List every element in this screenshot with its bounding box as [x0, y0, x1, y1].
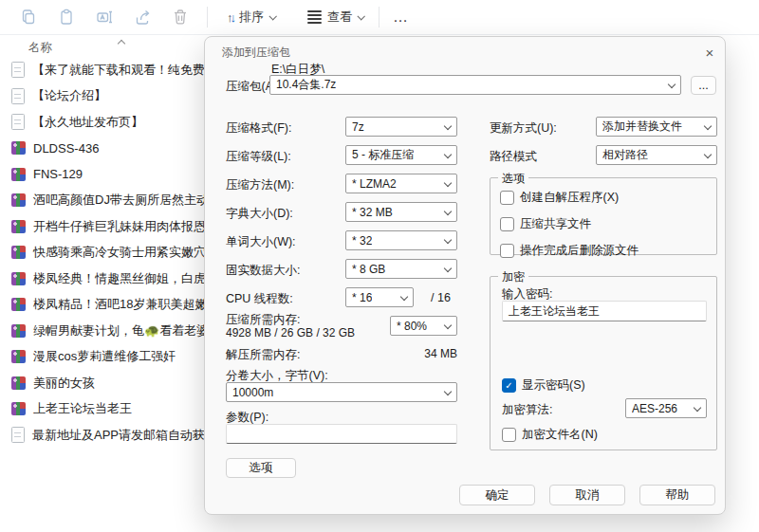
- update-mode-select[interactable]: 添加并替换文件: [596, 117, 717, 137]
- browse-button[interactable]: ...: [691, 76, 716, 95]
- archive-file-icon: [11, 376, 26, 390]
- format-select[interactable]: 7z: [345, 117, 457, 137]
- split-volume-value: 10000m: [232, 386, 273, 399]
- encryption-group: 加密 输入密码: 上老王论坛当老王 显示密码(S) 加密算法: AES-256 …: [490, 276, 717, 450]
- view-list-icon: [307, 10, 322, 24]
- split-volume-select[interactable]: 10000m: [226, 382, 457, 402]
- encryption-method-value: AES-256: [632, 402, 677, 415]
- file-name: 上老王论坛当老王: [33, 400, 132, 417]
- method-value: * LZMA2: [352, 177, 397, 191]
- chevron-down-icon: [444, 207, 452, 214]
- archive-file-icon: [11, 298, 26, 311]
- format-label: 压缩格式(F):: [226, 120, 291, 137]
- method-select[interactable]: * LZMA2: [345, 174, 457, 193]
- chevron-down-icon: [444, 235, 452, 243]
- password-value: 上老王论坛当老王: [509, 303, 600, 320]
- level-select[interactable]: 5 - 标准压缩: [345, 145, 457, 165]
- encryption-method-select[interactable]: AES-256: [625, 398, 707, 418]
- path-mode-label: 路径模式: [490, 149, 537, 165]
- archive-name-select[interactable]: 10.4合集.7z: [269, 75, 681, 95]
- paste-icon[interactable]: [57, 8, 76, 27]
- checkbox-label: 操作完成后删除源文件: [520, 243, 639, 259]
- encryption-group-title: 加密: [498, 269, 528, 285]
- copy-icon[interactable]: [19, 8, 38, 27]
- options-group-title: 选项: [498, 171, 528, 187]
- cpu-threads-select[interactable]: * 16: [345, 287, 414, 307]
- file-name: DLDSS-436: [33, 141, 99, 156]
- file-name: 绿帽男献妻计划，龟🐢看着老婆: [33, 322, 209, 339]
- checkbox-icon: [502, 378, 516, 393]
- view-button[interactable]: 查看: [298, 5, 373, 29]
- solid-block-label: 固实数据大小:: [226, 263, 300, 279]
- file-name: 快感骑乘高冷女骑士用紧实嫩穴换: [33, 244, 218, 261]
- options-button[interactable]: 选项: [226, 458, 296, 478]
- password-input[interactable]: 上老王论坛当老王: [502, 301, 707, 321]
- checkbox-label: 加密文件名(N): [522, 427, 598, 443]
- memory-decompress-value: 34 MB: [343, 347, 457, 360]
- chevron-down-icon: [400, 292, 408, 300]
- cancel-button[interactable]: 取消: [549, 485, 625, 505]
- format-value: 7z: [352, 120, 364, 134]
- encrypt-filenames-checkbox[interactable]: 加密文件名(N): [502, 427, 598, 443]
- dictionary-label: 字典大小(D):: [226, 206, 293, 222]
- sort-button[interactable]: ↑↓ 排序: [217, 5, 285, 29]
- file-name: 开档牛仔裤巨乳妹妹用肉体报恩: [33, 218, 206, 235]
- memory-percent-value: * 80%: [397, 320, 427, 333]
- option-checkbox[interactable]: 压缩共享文件: [500, 216, 639, 232]
- sort-ascending-icon: [118, 40, 125, 47]
- solid-block-select[interactable]: * 8 GB: [345, 259, 457, 279]
- text-file-icon: [11, 114, 25, 130]
- text-file-icon: [11, 88, 25, 104]
- explorer-toolbar: ↑↓ 排序 查看 …: [0, 0, 759, 35]
- archive-name-value: 10.4合集.7z: [276, 77, 336, 93]
- memory-decompress-label: 解压所需内存:: [226, 347, 300, 363]
- chevron-down-icon: [444, 321, 452, 328]
- archive-file-icon: [11, 246, 26, 259]
- ok-button[interactable]: 确定: [459, 485, 535, 505]
- close-icon[interactable]: ×: [699, 42, 720, 63]
- file-name: 酒吧高颜值DJ带去厕所居然主动: [33, 192, 209, 209]
- text-file-icon: [11, 427, 25, 443]
- chevron-down-icon: [704, 150, 712, 157]
- dialog-title: 添加到压缩包: [222, 45, 290, 61]
- update-mode-label: 更新方式(U):: [490, 120, 557, 137]
- chevron-down-icon: [444, 387, 452, 394]
- memory-percent-select[interactable]: * 80%: [390, 316, 457, 336]
- chevron-down-icon: [668, 80, 676, 87]
- text-file-icon: [11, 62, 25, 78]
- share-icon[interactable]: [133, 8, 152, 27]
- toolbar-divider: [379, 7, 380, 28]
- archive-file-icon: [11, 220, 26, 233]
- chevron-down-icon: [444, 150, 452, 157]
- option-checkbox[interactable]: 操作完成后删除源文件: [500, 243, 639, 259]
- file-name: 【永久地址发布页】: [32, 114, 143, 131]
- file-name: 楼凤经典！情趣黑丝御姐，白虎逼: [33, 270, 218, 287]
- more-options-button[interactable]: …: [381, 9, 421, 26]
- view-label: 查看: [327, 9, 352, 26]
- toolbar-divider: [207, 7, 208, 28]
- word-size-label: 单词大小(W):: [226, 234, 296, 250]
- cpu-threads-max: / 16: [431, 291, 451, 304]
- option-checkbox[interactable]: 创建自解压程序(X): [500, 190, 639, 206]
- checkbox-label: 创建自解压程序(X): [520, 190, 619, 206]
- add-to-archive-dialog: 添加到压缩包 × 压缩包(A) E:\白日梦\ 10.4合集.7z ... 压缩…: [204, 36, 726, 515]
- file-name: 【来了就能下载和观看！纯免费！】: [32, 62, 230, 79]
- help-button[interactable]: 帮助: [639, 485, 715, 505]
- path-mode-select[interactable]: 相对路径: [596, 145, 717, 165]
- chevron-down-icon: [704, 121, 712, 129]
- show-password-checkbox[interactable]: 显示密码(S): [502, 377, 585, 394]
- file-name: 【论坛介绍】: [32, 87, 106, 104]
- dictionary-select[interactable]: * 32 MB: [345, 202, 457, 222]
- memory-compress-detail: 4928 MB / 26 GB / 32 GB: [226, 326, 355, 339]
- checkbox-icon: [500, 217, 514, 231]
- chevron-down-icon: [444, 121, 452, 129]
- chevron-down-icon: [444, 264, 452, 271]
- delete-icon[interactable]: [171, 8, 190, 27]
- parameters-input[interactable]: [226, 424, 457, 444]
- options-checkbox-list: 创建自解压程序(X) 压缩共享文件 操作完成后删除源文件: [500, 190, 639, 259]
- rename-icon[interactable]: [95, 8, 114, 27]
- file-name: 漫展cos萝莉遭维修工强奸: [33, 348, 176, 365]
- chevron-down-icon: [268, 12, 276, 20]
- column-header-name[interactable]: 名称: [28, 40, 52, 56]
- word-size-select[interactable]: * 32: [345, 230, 457, 250]
